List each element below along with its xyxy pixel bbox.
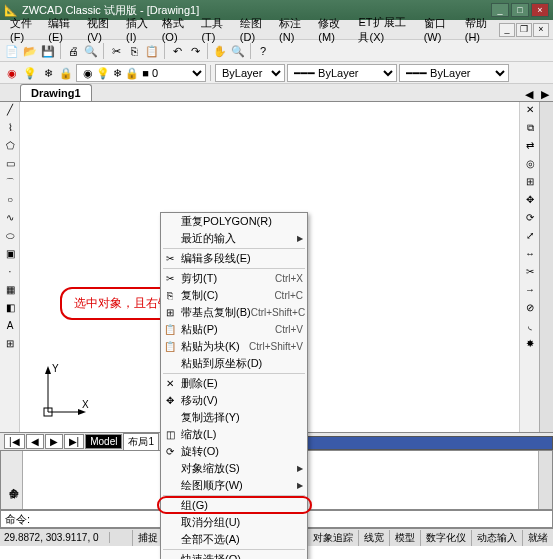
doc-tab[interactable]: Drawing1	[20, 84, 92, 101]
ctx-item-21[interactable]: 取消分组(U)	[161, 514, 307, 531]
preview-icon[interactable]: 🔍	[83, 43, 99, 59]
block-icon[interactable]: ▣	[2, 248, 18, 264]
menu-tools[interactable]: 工具(T)	[195, 14, 233, 45]
print-icon[interactable]: 🖨	[65, 43, 81, 59]
layout1-tab[interactable]: 布局1	[123, 433, 159, 451]
help-icon[interactable]: ?	[255, 43, 271, 59]
ctx-item-15[interactable]: ◫缩放(L)	[161, 426, 307, 443]
menu-dim[interactable]: 标注(N)	[273, 14, 312, 45]
dyn-toggle[interactable]: 动态输入	[471, 530, 522, 546]
doc-close[interactable]: ×	[533, 23, 549, 37]
tab-nav-left[interactable]: ◀	[521, 88, 537, 101]
ctx-item-0[interactable]: 重复POLYGON(R)	[161, 213, 307, 230]
ctx-item-20[interactable]: 组(G)	[161, 497, 307, 514]
rect-icon[interactable]: ▭	[2, 158, 18, 174]
polygon-icon[interactable]: ⬠	[2, 140, 18, 156]
tab-nav-right[interactable]: ▶	[537, 88, 553, 101]
menu-window[interactable]: 窗口(W)	[418, 14, 459, 45]
model-toggle[interactable]: 模型	[389, 530, 420, 546]
region-icon[interactable]: ◧	[2, 302, 18, 318]
tablet-toggle[interactable]: 数字化仪	[420, 530, 471, 546]
menu-et[interactable]: ET扩展工具(X)	[352, 13, 417, 47]
trim-icon[interactable]: ✂	[522, 266, 538, 282]
close-button[interactable]: ×	[531, 3, 549, 17]
ctx-item-13[interactable]: ✥移动(V)	[161, 392, 307, 409]
ctx-item-10[interactable]: 粘贴到原坐标(D)	[161, 355, 307, 372]
menu-insert[interactable]: 插入(I)	[120, 14, 156, 45]
cut-icon[interactable]: ✂	[108, 43, 124, 59]
paste-icon[interactable]: 📋	[144, 43, 160, 59]
ctx-item-18[interactable]: 绘图顺序(W)▶	[161, 477, 307, 494]
rotate-icon[interactable]: ⟳	[522, 212, 538, 228]
tab-nav-prev[interactable]: ◀	[26, 434, 44, 449]
ctx-item-16[interactable]: ⟳旋转(O)	[161, 443, 307, 460]
spline-icon[interactable]: ∿	[2, 212, 18, 228]
ctx-item-17[interactable]: 对象缩放(S)▶	[161, 460, 307, 477]
lock-icon[interactable]: 🔒	[58, 65, 74, 81]
circle-icon[interactable]: ○	[2, 194, 18, 210]
ctx-item-22[interactable]: 全部不选(A)	[161, 531, 307, 548]
ctx-item-3[interactable]: ✂编辑多段线(E)	[161, 250, 307, 267]
doc-minimize[interactable]: _	[499, 23, 515, 37]
menu-edit[interactable]: 编辑(E)	[42, 14, 81, 45]
lineweight-combo[interactable]: ━━━ ByLayer	[399, 64, 509, 82]
menu-view[interactable]: 视图(V)	[81, 14, 120, 45]
new-icon[interactable]: 📄	[4, 43, 20, 59]
save-icon[interactable]: 💾	[40, 43, 56, 59]
ctx-item-6[interactable]: ⎘复制(C)Ctrl+C	[161, 287, 307, 304]
vertical-scrollbar[interactable]	[539, 102, 553, 432]
menu-file[interactable]: 文件(F)	[4, 14, 42, 45]
line-icon[interactable]: ╱	[2, 104, 18, 120]
tab-nav-last[interactable]: ▶|	[64, 434, 85, 449]
move-icon[interactable]: ✥	[522, 194, 538, 210]
array-icon[interactable]: ⊞	[522, 176, 538, 192]
maximize-button[interactable]: □	[511, 3, 529, 17]
offset-icon[interactable]: ◎	[522, 158, 538, 174]
freeze-icon[interactable]: ❄	[40, 65, 56, 81]
layer-icon[interactable]: ◉	[4, 65, 20, 81]
hatch-icon[interactable]: ▦	[2, 284, 18, 300]
ctx-item-5[interactable]: ✂剪切(T)Ctrl+X	[161, 270, 307, 287]
lwt-toggle[interactable]: 线宽	[358, 530, 389, 546]
fillet-icon[interactable]: ◟	[522, 320, 538, 336]
cmd-scrollbar[interactable]	[538, 451, 552, 509]
tab-nav-first[interactable]: |◀	[4, 434, 25, 449]
extend-icon[interactable]: →	[522, 284, 538, 300]
doc-restore[interactable]: ❐	[516, 23, 532, 37]
linetype-combo[interactable]: ━━━ ByLayer	[287, 64, 397, 82]
color-combo[interactable]: ByLayer	[215, 64, 285, 82]
menu-draw[interactable]: 绘图(D)	[234, 14, 273, 45]
point-icon[interactable]: ·	[2, 266, 18, 282]
redo-icon[interactable]: ↷	[187, 43, 203, 59]
ctx-item-12[interactable]: ✕删除(E)	[161, 375, 307, 392]
ctx-item-1[interactable]: 最近的输入▶	[161, 230, 307, 247]
undo-icon[interactable]: ↶	[169, 43, 185, 59]
menu-format[interactable]: 格式(O)	[156, 14, 196, 45]
ellipse-icon[interactable]: ⬭	[2, 230, 18, 246]
copy2-icon[interactable]: ⧉	[522, 122, 538, 138]
pline-icon[interactable]: ⌇	[2, 122, 18, 138]
otrack-toggle[interactable]: 对象追踪	[307, 530, 358, 546]
zoom-icon[interactable]: 🔍	[230, 43, 246, 59]
explode-icon[interactable]: ✸	[522, 338, 538, 354]
ctx-item-9[interactable]: 📋粘贴为块(K)Ctrl+Shift+V	[161, 338, 307, 355]
tab-nav-next[interactable]: ▶	[45, 434, 63, 449]
copy-icon[interactable]: ⎘	[126, 43, 142, 59]
mirror-icon[interactable]: ⇄	[522, 140, 538, 156]
ctx-item-7[interactable]: ⊞带基点复制(B)Ctrl+Shift+C	[161, 304, 307, 321]
open-icon[interactable]: 📂	[22, 43, 38, 59]
model-tab[interactable]: Model	[85, 434, 122, 449]
arc-icon[interactable]: ⌒	[2, 176, 18, 192]
table-icon[interactable]: ⊞	[2, 338, 18, 354]
ctx-item-8[interactable]: 📋粘贴(P)Ctrl+V	[161, 321, 307, 338]
text-icon[interactable]: A	[2, 320, 18, 336]
snap-toggle[interactable]: 捕捉	[132, 530, 163, 546]
layer-combo[interactable]: ◉ 💡 ❄ 🔒 ■ 0	[76, 64, 206, 82]
ctx-item-14[interactable]: 复制选择(Y)	[161, 409, 307, 426]
break-icon[interactable]: ⊘	[522, 302, 538, 318]
erase-icon[interactable]: ✕	[522, 104, 538, 120]
ctx-item-24[interactable]: 快速选择(Q)...	[161, 551, 307, 559]
pan-icon[interactable]: ✋	[212, 43, 228, 59]
menu-modify[interactable]: 修改(M)	[312, 14, 352, 45]
scale-icon[interactable]: ⤢	[522, 230, 538, 246]
